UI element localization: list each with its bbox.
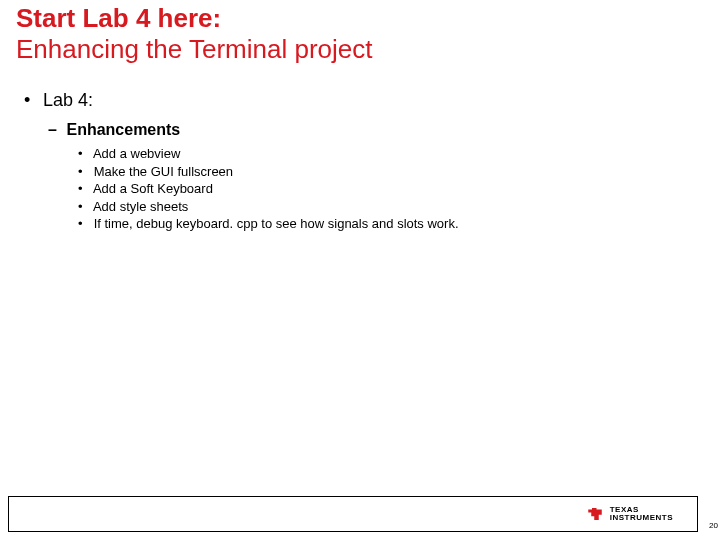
item-text: If time, debug keyboard. cpp to see how … xyxy=(94,216,459,231)
ti-logo-text: TEXAS INSTRUMENTS xyxy=(610,506,673,522)
page-number: 20 xyxy=(709,521,718,530)
ti-logo-icon xyxy=(586,505,604,523)
list-item: • Add style sheets xyxy=(78,198,684,216)
item-text: Make the GUI fullscreen xyxy=(94,164,233,179)
list-item: • If time, debug keyboard. cpp to see ho… xyxy=(78,215,684,233)
list-item: • Add a Soft Keyboard xyxy=(78,180,684,198)
item-text: Add a Soft Keyboard xyxy=(93,181,213,196)
item-text: Add a webview xyxy=(93,146,180,161)
item-text: Add style sheets xyxy=(93,199,188,214)
footer-bar: TEXAS INSTRUMENTS xyxy=(8,496,698,532)
bullet-dot-icon: • xyxy=(78,180,90,198)
bullet-dot-icon: • xyxy=(78,215,90,233)
slide: Start Lab 4 here: Enhancing the Terminal… xyxy=(0,0,720,540)
ti-logo: TEXAS INSTRUMENTS xyxy=(586,505,673,523)
bullet-dot-icon: • xyxy=(78,145,90,163)
title-line-1: Start Lab 4 here: xyxy=(16,4,373,33)
title-block: Start Lab 4 here: Enhancing the Terminal… xyxy=(16,4,373,63)
lvl2-label: Enhancements xyxy=(66,121,180,138)
lvl1-label: Lab 4: xyxy=(43,90,93,110)
title-line-2: Enhancing the Terminal project xyxy=(16,35,373,64)
body-content: • Lab 4: – Enhancements • Add a webview … xyxy=(24,90,684,233)
dash-icon: – xyxy=(48,121,62,139)
list-level-1: • Lab 4: xyxy=(24,90,684,111)
bullet-dot-icon: • xyxy=(24,90,38,111)
list-item: • Add a webview xyxy=(78,145,684,163)
list-item: • Make the GUI fullscreen xyxy=(78,163,684,181)
list-level-2: – Enhancements xyxy=(48,121,684,139)
list-level-3-group: • Add a webview • Make the GUI fullscree… xyxy=(78,145,684,233)
ti-logo-text-line-2: INSTRUMENTS xyxy=(610,514,673,522)
bullet-dot-icon: • xyxy=(78,163,90,181)
bullet-dot-icon: • xyxy=(78,198,90,216)
